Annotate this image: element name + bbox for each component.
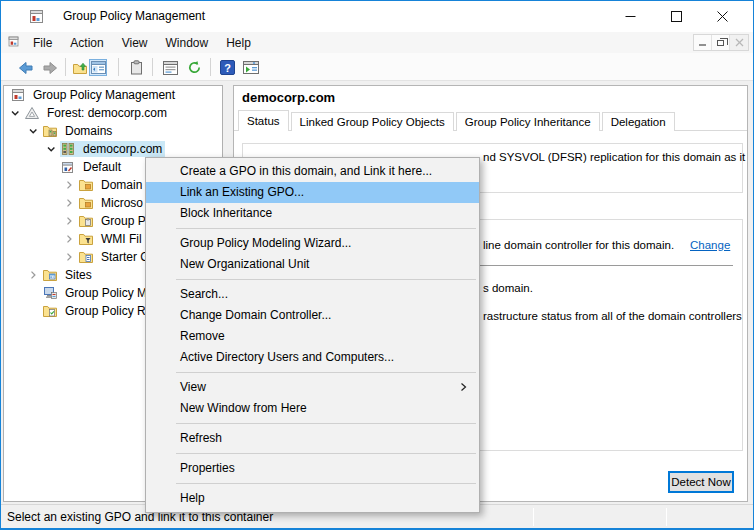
tree-item-label: Sites <box>62 267 95 283</box>
mdi-window-controls <box>693 34 749 51</box>
menu-item-help[interactable]: Help <box>146 488 479 509</box>
tab-group-policy-inheritance[interactable]: Group Policy Inheritance <box>456 112 600 131</box>
page-title: democorp.com <box>242 90 335 105</box>
detect-now-button[interactable]: Detect Now <box>668 471 734 493</box>
status-bar-separator <box>533 508 534 526</box>
folder-icon <box>78 177 94 193</box>
toolbar-separator <box>118 58 119 76</box>
chevron-expanded-icon[interactable] <box>6 105 24 121</box>
tab-strip: Status Linked Group Policy Objects Group… <box>238 110 677 131</box>
menu-separator <box>176 453 476 454</box>
chevron-collapsed-icon[interactable] <box>60 177 78 193</box>
menu-help[interactable]: Help <box>217 34 260 52</box>
menu-item-search[interactable]: Search... <box>146 284 479 305</box>
menu-item-change-domain-controller[interactable]: Change Domain Controller... <box>146 305 479 326</box>
export-list-icon[interactable] <box>161 59 179 76</box>
minimize-button[interactable] <box>607 1 653 31</box>
forward-icon <box>41 59 59 76</box>
starter-gpos-folder-icon <box>78 249 94 265</box>
menu-item-block-inheritance[interactable]: Block Inheritance <box>146 203 479 224</box>
toolbar-separator <box>65 58 66 76</box>
tree-item-label: Domains <box>62 123 115 139</box>
back-icon[interactable] <box>17 59 35 76</box>
gp-results-icon <box>42 303 58 319</box>
menu-item-create-gpo-and-link[interactable]: Create a GPO in this domain, and Link it… <box>146 161 479 182</box>
menu-item-refresh[interactable]: Refresh <box>146 428 479 449</box>
tree-item-label: Group P <box>98 213 149 229</box>
refresh-icon[interactable] <box>185 59 203 76</box>
menu-separator <box>176 372 476 373</box>
tab-status[interactable]: Status <box>238 110 289 131</box>
gpmc-window: Group Policy Management File Action View… <box>0 0 754 530</box>
tree-item-group-policy-management[interactable]: Group Policy Management <box>4 86 222 104</box>
forest-icon <box>24 105 40 121</box>
tab-linked-group-policy-objects[interactable]: Linked Group Policy Objects <box>291 112 454 131</box>
context-menu: Create a GPO in this domain, and Link it… <box>145 157 480 513</box>
up-one-level-icon[interactable] <box>71 59 89 76</box>
title-bar: Group Policy Management <box>1 1 753 32</box>
menu-item-properties[interactable]: Properties <box>146 458 479 479</box>
domain-icon <box>60 141 76 157</box>
tree-item-forest-democorp[interactable]: Forest: democorp.com <box>4 104 222 122</box>
tree-item-label: Group Policy R <box>62 303 149 319</box>
menu-window[interactable]: Window <box>157 34 218 52</box>
menu-view[interactable]: View <box>113 34 157 52</box>
menu-item-new-window-from-here[interactable]: New Window from Here <box>146 398 479 419</box>
chevron-expanded-icon[interactable] <box>42 141 60 157</box>
tree-item-label: democorp.com <box>80 141 165 157</box>
tab-delegation[interactable]: Delegation <box>602 112 675 131</box>
gpmc-app-icon <box>28 8 46 29</box>
menu-separator <box>176 228 476 229</box>
console-tree-toggle-icon[interactable] <box>89 59 107 76</box>
close-button[interactable] <box>699 1 745 31</box>
menu-item-remove[interactable]: Remove <box>146 326 479 347</box>
tree-item-label: Group Policy M <box>62 285 150 301</box>
tree-item-domains[interactable]: Domains <box>4 122 222 140</box>
chevron-collapsed-icon[interactable] <box>60 195 78 211</box>
change-link[interactable]: Change <box>690 239 730 251</box>
taskpad-window-icon[interactable] <box>242 59 260 76</box>
menu-item-view[interactable]: View <box>146 377 479 398</box>
toolbar-separator <box>210 58 211 76</box>
infrastructure-text-fragment: rastructure status from all of the domai… <box>483 310 742 322</box>
sites-folder-icon <box>42 267 58 283</box>
menu-item-label: View <box>180 380 206 394</box>
gpmc-scroll-icon <box>10 87 26 103</box>
menu-file[interactable]: File <box>24 34 61 52</box>
mdi-restore-button[interactable] <box>712 35 730 50</box>
menu-separator <box>176 483 476 484</box>
tree-item-label: WMI Fil <box>98 231 145 247</box>
tree-item-label: Group Policy Management <box>30 87 178 103</box>
menu-item-gp-modeling-wizard[interactable]: Group Policy Modeling Wizard... <box>146 233 479 254</box>
tree-item-democorp-domain[interactable]: democorp.com <box>4 140 222 158</box>
gpo-folder-icon <box>78 213 94 229</box>
menu-bar: File Action View Window Help <box>1 32 753 53</box>
domains-folder-icon <box>42 123 58 139</box>
menu-item-ad-users-and-computers[interactable]: Active Directory Users and Computers... <box>146 347 479 368</box>
menu-item-link-existing-gpo[interactable]: Link an Existing GPO... <box>146 182 479 203</box>
chevron-collapsed-icon[interactable] <box>60 249 78 265</box>
chevron-collapsed-icon[interactable] <box>60 213 78 229</box>
chevron-collapsed-icon[interactable] <box>60 231 78 247</box>
tree-item-label: Default <box>80 159 124 175</box>
toolbar: ? <box>1 53 753 81</box>
gpo-icon <box>60 159 76 175</box>
chevron-collapsed-icon[interactable] <box>24 267 42 283</box>
chevron-expanded-icon[interactable] <box>24 123 42 139</box>
window-title: Group Policy Management <box>63 1 205 32</box>
svg-text:?: ? <box>224 62 231 74</box>
menu-action[interactable]: Action <box>61 34 112 52</box>
maximize-button[interactable] <box>653 1 699 31</box>
toolbar-separator <box>152 58 153 76</box>
tree-item-label: Microso <box>98 195 146 211</box>
domain-text-fragment: s domain. <box>483 282 533 294</box>
status-bar-separator <box>666 508 667 526</box>
gpmc-snapin-icon <box>7 34 20 52</box>
mdi-close-button-disabled <box>730 35 748 50</box>
clipboard-icon[interactable] <box>127 59 145 76</box>
menu-item-new-organizational-unit[interactable]: New Organizational Unit <box>146 254 479 275</box>
help-icon[interactable]: ? <box>218 59 236 76</box>
baseline-dc-text-fragment: line domain controller for this domain. <box>483 239 674 251</box>
tree-item-label: Domain <box>98 177 145 193</box>
mdi-minimize-button[interactable] <box>694 35 712 50</box>
